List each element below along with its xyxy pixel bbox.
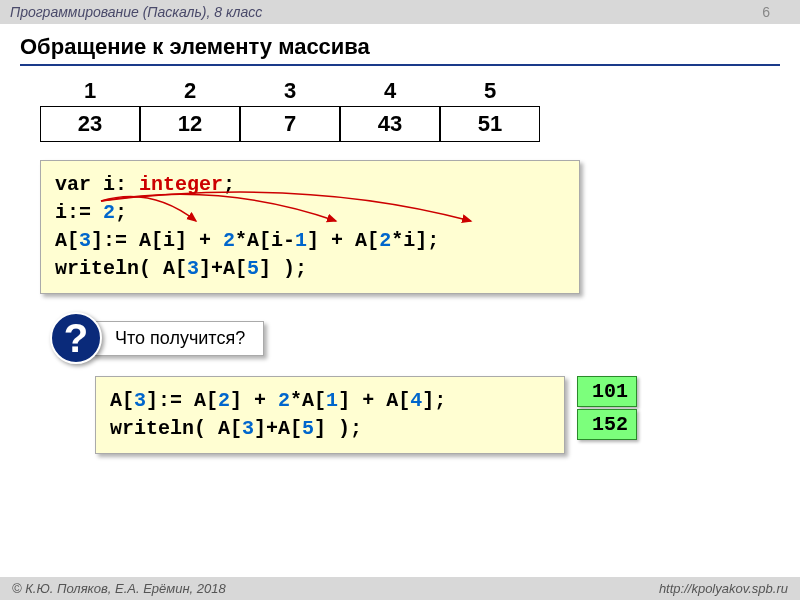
array-cell: 43 xyxy=(340,106,440,142)
code-line: A[3]:= A[i] + 2*A[i-1] + A[2*i]; xyxy=(55,227,565,255)
result-value: 152 xyxy=(577,409,637,440)
index-cell: 2 xyxy=(140,76,240,106)
array-cell: 23 xyxy=(40,106,140,142)
question-row: ? Что получится? xyxy=(50,312,780,364)
question-mark-icon: ? xyxy=(50,312,102,364)
page-number: 6 xyxy=(762,4,770,20)
question-text: Что получится? xyxy=(92,321,264,356)
index-cell: 3 xyxy=(240,76,340,106)
slide-content: Обращение к элементу массива 1 2 3 4 5 2… xyxy=(0,24,800,454)
code-line: writeln( A[3]+A[5] ); xyxy=(55,255,565,283)
array-indices: 1 2 3 4 5 xyxy=(40,76,780,106)
code-line: writeln( A[3]+A[5] ); xyxy=(110,415,550,443)
array-cell: 12 xyxy=(140,106,240,142)
slide-footer: © К.Ю. Поляков, Е.А. Ерёмин, 2018 http:/… xyxy=(0,577,800,600)
code-block-1: var i: integer; i:= 2; A[3]:= A[i] + 2*A… xyxy=(40,160,580,294)
code-line: A[3]:= A[2] + 2*A[1] + A[4]; xyxy=(110,387,550,415)
code-line: var i: integer; xyxy=(55,171,565,199)
index-cell: 4 xyxy=(340,76,440,106)
result-row: A[3]:= A[2] + 2*A[1] + A[4]; writeln( A[… xyxy=(40,376,780,454)
array-cell: 7 xyxy=(240,106,340,142)
code-line: i:= 2; xyxy=(55,199,565,227)
footer-copyright: © К.Ю. Поляков, Е.А. Ерёмин, 2018 xyxy=(12,581,226,596)
code-block-2: A[3]:= A[2] + 2*A[1] + A[4]; writeln( A[… xyxy=(95,376,565,454)
footer-url: http://kpolyakov.spb.ru xyxy=(659,581,788,596)
slide-header: Программирование (Паскаль), 8 класс 6 xyxy=(0,0,800,24)
results-column: 101 152 xyxy=(577,376,637,442)
slide-title: Обращение к элементу массива xyxy=(20,34,780,66)
array-cell: 51 xyxy=(440,106,540,142)
header-subject: Программирование (Паскаль), 8 класс xyxy=(10,4,262,20)
array-values: 23 12 7 43 51 xyxy=(40,106,780,142)
result-value: 101 xyxy=(577,376,637,407)
index-cell: 1 xyxy=(40,76,140,106)
index-cell: 5 xyxy=(440,76,540,106)
